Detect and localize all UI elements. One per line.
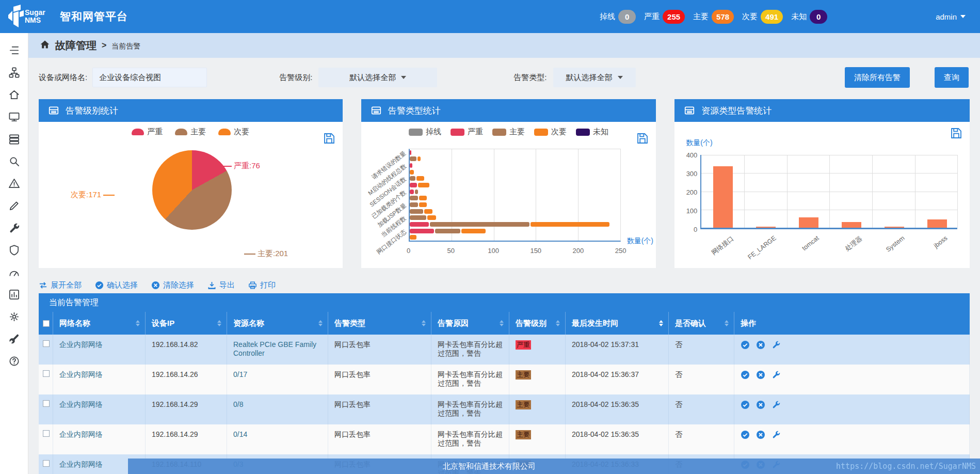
alarm-type-select[interactable]: 默认选择全部 [553, 68, 636, 87]
help-icon [8, 355, 20, 367]
column-header-最后发生时间[interactable]: 最后发生时间 [566, 312, 669, 335]
sidebar-item-menu[interactable] [0, 39, 28, 61]
alarm-badge-未知[interactable]: 未知0 [791, 10, 827, 24]
row-checkbox[interactable] [43, 460, 50, 467]
sidebar-item-search[interactable] [0, 150, 28, 172]
sort-icon[interactable] [217, 320, 221, 326]
device-name-input[interactable] [92, 68, 207, 87]
sidebar-item-dashboard[interactable] [0, 261, 28, 283]
row-checkbox[interactable] [43, 400, 50, 407]
wrench-icon[interactable] [772, 400, 781, 409]
alarm-badge-主要[interactable]: 主要578 [693, 10, 734, 24]
sidebar-item-settings[interactable] [0, 306, 28, 328]
row-actions [741, 370, 964, 380]
legend-item-主要[interactable]: 主要 [175, 127, 206, 137]
legend-item-未知[interactable]: 未知 [576, 127, 608, 137]
sidebar-item-home[interactable] [0, 84, 28, 106]
sidebar-item-monitor[interactable] [0, 106, 28, 128]
hbar-segment-主要 [435, 229, 460, 233]
vbar-plot: 4003002001000网络接口FE_LARGEtomcat处理器System… [700, 155, 957, 229]
resource-name-link[interactable]: 0/8 [233, 400, 243, 408]
legend-item-次要[interactable]: 次要 [218, 127, 249, 137]
column-header-告警原因[interactable]: 告警原因 [431, 312, 509, 335]
clear-icon[interactable] [756, 400, 765, 409]
sidebar-item-help[interactable] [0, 350, 28, 372]
breadcrumb-page: 当前告警 [111, 42, 140, 51]
select-all-checkbox[interactable] [43, 320, 50, 327]
expand-all-button[interactable]: 展开全部 [39, 280, 82, 290]
legend-item-主要[interactable]: 主要 [492, 127, 525, 137]
panel-title: 告警级别统计 [66, 105, 118, 117]
table-cell: 企业内部网络 [53, 394, 146, 424]
sidebar-item-report[interactable] [0, 283, 28, 306]
alarm-badge-掉线[interactable]: 掉线0 [600, 10, 636, 24]
sort-icon[interactable] [500, 320, 504, 326]
badge-label: 未知 [791, 12, 807, 22]
sidebar-item-security[interactable] [0, 239, 28, 261]
alarm-badge-严重[interactable]: 严重255 [644, 10, 685, 24]
row-checkbox[interactable] [43, 370, 50, 377]
save-chart-icon[interactable] [950, 127, 962, 139]
hbar-segment-严重 [410, 222, 429, 227]
clear-all-alarms-button[interactable]: 清除所有告警 [845, 67, 910, 88]
alarm-badge-次要[interactable]: 次要491 [742, 10, 783, 24]
sort-icon[interactable] [136, 320, 140, 326]
row-checkbox[interactable] [43, 430, 50, 437]
legend-item-掉线[interactable]: 掉线 [409, 127, 441, 137]
confirm-icon[interactable] [741, 370, 750, 380]
legend-item-严重[interactable]: 严重 [451, 127, 483, 137]
column-header-设备IP[interactable]: 设备IP [146, 312, 227, 335]
pie-chart [152, 150, 232, 230]
resource-name-link[interactable]: 0/17 [233, 370, 247, 378]
resource-name-link[interactable]: Realtek PCIe GBE Family Controller [233, 340, 316, 357]
print-button[interactable]: 打印 [248, 280, 276, 290]
wrench-icon[interactable] [772, 340, 781, 350]
export-button[interactable]: 导出 [207, 280, 235, 290]
resource-name-link[interactable]: 0/14 [233, 430, 247, 438]
network-name-link[interactable]: 企业内部网络 [59, 460, 103, 468]
clear-icon[interactable] [756, 430, 765, 439]
clear-icon[interactable] [756, 370, 765, 380]
clear-selection-button[interactable]: 清除选择 [151, 280, 194, 290]
network-name-link[interactable]: 企业内部网络 [59, 430, 103, 438]
column-header-资源名称[interactable]: 资源名称 [227, 312, 328, 335]
legend-item-严重[interactable]: 严重 [132, 127, 163, 137]
alarm-level-select[interactable]: 默认选择全部 [318, 68, 437, 87]
table-cell: 网口丢包率 [328, 394, 431, 424]
sidebar-item-topology[interactable] [0, 61, 28, 84]
save-chart-icon[interactable] [636, 132, 649, 145]
save-chart-icon[interactable] [323, 132, 335, 145]
confirm-icon[interactable] [741, 430, 750, 439]
legend-item-次要[interactable]: 次要 [534, 127, 567, 137]
column-header-是否确认[interactable]: 是否确认 [669, 312, 734, 335]
sidebar-item-alarm[interactable] [0, 172, 28, 195]
sort-icon[interactable] [659, 320, 663, 326]
network-name-link[interactable]: 企业内部网络 [59, 340, 103, 349]
sort-icon[interactable] [725, 320, 729, 326]
user-menu[interactable]: admin [936, 12, 966, 21]
pie-label-次要: 次要:171 [71, 190, 115, 200]
row-checkbox[interactable] [43, 340, 50, 347]
column-header-网络名称[interactable]: 网络名称 [53, 312, 146, 335]
column-header-告警级别[interactable]: 告警级别 [509, 312, 566, 335]
y-tick: 400 [686, 151, 698, 159]
confirm-icon[interactable] [741, 340, 750, 350]
sidebar-item-device-list[interactable] [0, 128, 28, 150]
network-name-link[interactable]: 企业内部网络 [59, 370, 103, 378]
confirm-selection-button[interactable]: 确认选择 [95, 280, 138, 290]
column-header-操作[interactable]: 操作 [734, 312, 970, 335]
wrench-icon[interactable] [772, 430, 781, 439]
wrench-icon[interactable] [772, 370, 781, 380]
sidebar-item-maintenance[interactable] [0, 328, 28, 350]
confirm-icon[interactable] [741, 400, 750, 409]
network-name-link[interactable]: 企业内部网络 [59, 400, 103, 408]
sidebar-item-tools[interactable] [0, 217, 28, 239]
sort-icon[interactable] [318, 320, 323, 326]
sort-icon[interactable] [556, 320, 560, 326]
column-header-告警类型[interactable]: 告警类型 [328, 312, 431, 335]
sidebar-item-edit[interactable] [0, 195, 28, 217]
clear-icon[interactable] [756, 340, 765, 350]
query-button[interactable]: 查询 [935, 67, 969, 88]
breadcrumb-section[interactable]: 故障管理 [55, 39, 97, 53]
sort-icon[interactable] [422, 320, 426, 326]
